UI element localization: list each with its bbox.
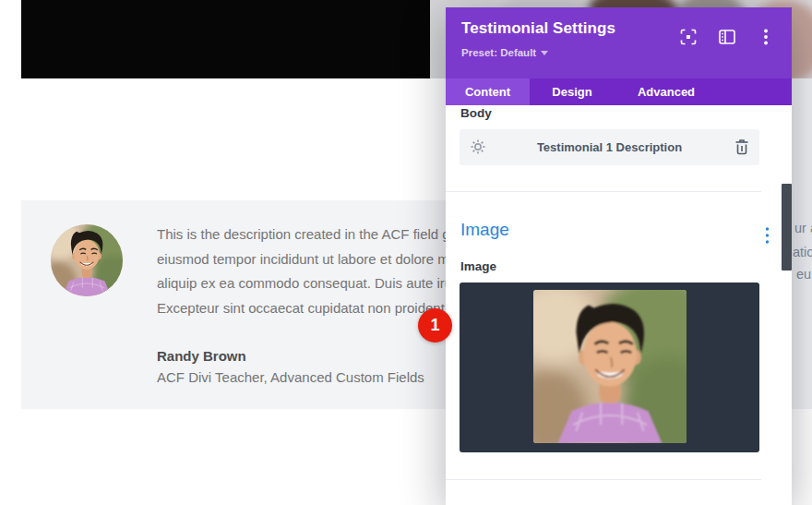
kebab-menu-icon[interactable] xyxy=(751,22,781,52)
chevron-down-icon xyxy=(541,51,548,55)
split-view-icon[interactable] xyxy=(712,22,742,52)
annotation-badge: 1 xyxy=(418,308,452,343)
section-divider xyxy=(446,191,761,192)
panel-title: Testimonial Settings xyxy=(461,19,615,38)
focus-icon[interactable] xyxy=(674,22,703,52)
preset-label: Preset: Default xyxy=(461,47,536,58)
panel-header[interactable]: Testimonial Settings Preset: Default xyxy=(446,7,792,78)
testimonial-line: Excepteur sint occaecat cupidatat non pr… xyxy=(157,296,455,321)
panel-scrollbar-thumb[interactable] xyxy=(782,184,792,271)
gear-icon[interactable] xyxy=(470,138,486,155)
tab-content[interactable]: Content xyxy=(446,78,530,105)
section-divider xyxy=(446,479,761,480)
clipped-text-fragments: ur a atio eu xyxy=(792,0,812,505)
testimonial-author-role: ACF Divi Teacher, Advanced Custom Fields xyxy=(157,369,424,385)
clipped-text: ur a xyxy=(794,221,812,235)
trash-icon[interactable] xyxy=(734,138,749,155)
dynamic-content-field-title: Testimonial 1 Description xyxy=(460,140,759,154)
testimonial-settings-panel: Testimonial Settings Preset: Default xyxy=(446,7,792,505)
image-section-heading[interactable]: Image xyxy=(460,220,509,240)
testimonial-avatar-photo xyxy=(51,224,123,296)
dynamic-content-field[interactable]: Testimonial 1 Description xyxy=(460,129,759,165)
image-upload-preview[interactable] xyxy=(460,283,759,452)
testimonial-line: aliquip ex ea commodo consequat. Duis au… xyxy=(157,271,455,296)
testimonial-author-name: Randy Brown xyxy=(157,348,246,364)
tab-advanced[interactable]: Advanced xyxy=(615,78,718,105)
body-field-label: Body xyxy=(460,106,492,120)
image-field-label: Image xyxy=(460,259,496,273)
testimonial-description: This is the description created in the A… xyxy=(157,222,455,320)
panel-header-actions xyxy=(674,22,781,52)
section-kebab-menu-icon[interactable] xyxy=(765,226,776,245)
clipped-text: atio xyxy=(793,245,812,259)
preset-selector[interactable]: Preset: Default xyxy=(461,47,548,58)
video-placeholder-box xyxy=(21,0,430,78)
panel-tab-bar: Content Design Advanced xyxy=(446,78,792,105)
testimonial-line: eiusmod tempor incididunt ut labore et d… xyxy=(157,247,455,272)
testimonial-line: This is the description created in the A… xyxy=(157,222,455,247)
uploaded-image-thumbnail[interactable] xyxy=(533,290,687,443)
screenshot-stage: This is the description created in the A… xyxy=(0,0,812,505)
tab-design[interactable]: Design xyxy=(530,78,615,105)
clipped-text: eu xyxy=(796,267,811,282)
